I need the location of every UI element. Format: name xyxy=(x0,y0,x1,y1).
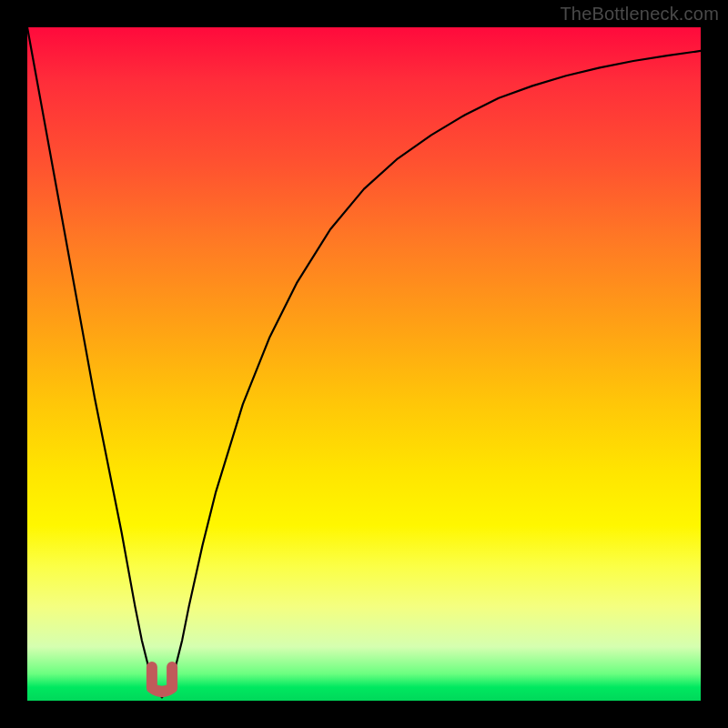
notch-marker-icon xyxy=(152,667,172,692)
watermark-text: TheBottleneck.com xyxy=(560,4,719,25)
bottleneck-curve xyxy=(27,27,701,697)
plot-area xyxy=(27,27,701,701)
curve-svg xyxy=(27,27,701,701)
chart-frame: TheBottleneck.com xyxy=(0,0,728,728)
